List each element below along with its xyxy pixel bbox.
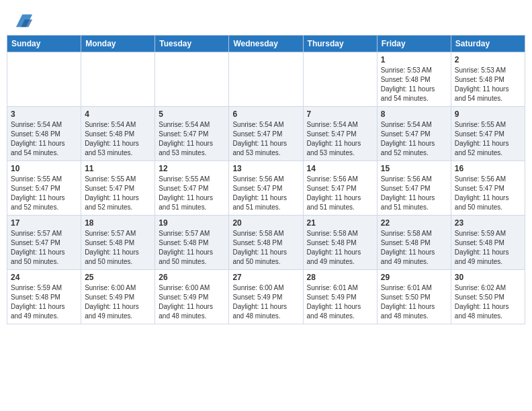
calendar-cell: 14Sunrise: 5:56 AM Sunset: 5:47 PM Dayli… bbox=[303, 161, 377, 216]
day-number: 19 bbox=[159, 218, 225, 228]
calendar-cell bbox=[7, 52, 81, 107]
day-info: Sunrise: 5:56 AM Sunset: 5:47 PM Dayligh… bbox=[455, 175, 521, 212]
day-info: Sunrise: 5:58 AM Sunset: 5:48 PM Dayligh… bbox=[232, 229, 299, 267]
day-number: 13 bbox=[232, 164, 299, 173]
calendar-cell: 20Sunrise: 5:58 AM Sunset: 5:48 PM Dayli… bbox=[229, 216, 303, 270]
day-number: 18 bbox=[85, 218, 151, 228]
calendar-cell: 13Sunrise: 5:56 AM Sunset: 5:47 PM Dayli… bbox=[229, 161, 303, 216]
calendar-cell: 7Sunrise: 5:54 AM Sunset: 5:47 PM Daylig… bbox=[303, 107, 377, 161]
weekday-header-tuesday: Tuesday bbox=[155, 36, 229, 52]
calendar-cell bbox=[229, 52, 303, 107]
day-number: 21 bbox=[307, 218, 373, 228]
calendar-cell: 3Sunrise: 5:54 AM Sunset: 5:48 PM Daylig… bbox=[7, 107, 81, 161]
weekday-header-sunday: Sunday bbox=[7, 36, 81, 52]
calendar-cell: 24Sunrise: 5:59 AM Sunset: 5:48 PM Dayli… bbox=[7, 270, 81, 324]
day-number: 3 bbox=[11, 109, 77, 119]
logo bbox=[13, 12, 34, 28]
day-info: Sunrise: 5:55 AM Sunset: 5:47 PM Dayligh… bbox=[455, 120, 521, 158]
calendar-cell: 1Sunrise: 5:53 AM Sunset: 5:48 PM Daylig… bbox=[377, 52, 451, 107]
calendar-cell: 22Sunrise: 5:58 AM Sunset: 5:48 PM Dayli… bbox=[377, 216, 451, 270]
calendar-cell: 4Sunrise: 5:54 AM Sunset: 5:48 PM Daylig… bbox=[81, 107, 155, 161]
calendar-week-row: 24Sunrise: 5:59 AM Sunset: 5:48 PM Dayli… bbox=[7, 270, 525, 324]
day-info: Sunrise: 5:57 AM Sunset: 5:47 PM Dayligh… bbox=[11, 229, 77, 267]
calendar-cell: 6Sunrise: 5:54 AM Sunset: 5:47 PM Daylig… bbox=[229, 107, 303, 161]
weekday-header-wednesday: Wednesday bbox=[229, 36, 303, 52]
calendar-cell: 2Sunrise: 5:53 AM Sunset: 5:48 PM Daylig… bbox=[451, 52, 525, 107]
calendar-cell: 12Sunrise: 5:55 AM Sunset: 5:47 PM Dayli… bbox=[155, 161, 229, 216]
day-number: 23 bbox=[455, 218, 521, 228]
calendar-cell: 8Sunrise: 5:54 AM Sunset: 5:47 PM Daylig… bbox=[377, 107, 451, 161]
day-info: Sunrise: 5:56 AM Sunset: 5:47 PM Dayligh… bbox=[381, 175, 447, 212]
day-info: Sunrise: 5:55 AM Sunset: 5:47 PM Dayligh… bbox=[11, 175, 77, 212]
logo-icon bbox=[15, 9, 34, 28]
calendar-cell: 16Sunrise: 5:56 AM Sunset: 5:47 PM Dayli… bbox=[451, 161, 525, 216]
day-number: 26 bbox=[159, 273, 225, 282]
day-number: 16 bbox=[455, 164, 521, 173]
day-info: Sunrise: 6:00 AM Sunset: 5:49 PM Dayligh… bbox=[232, 283, 299, 321]
day-info: Sunrise: 5:59 AM Sunset: 5:48 PM Dayligh… bbox=[455, 229, 521, 267]
calendar-cell: 5Sunrise: 5:54 AM Sunset: 5:47 PM Daylig… bbox=[155, 107, 229, 161]
day-info: Sunrise: 5:55 AM Sunset: 5:47 PM Dayligh… bbox=[159, 175, 225, 212]
calendar-cell: 27Sunrise: 6:00 AM Sunset: 5:49 PM Dayli… bbox=[229, 270, 303, 324]
calendar-cell: 15Sunrise: 5:56 AM Sunset: 5:47 PM Dayli… bbox=[377, 161, 451, 216]
day-number: 4 bbox=[85, 109, 151, 119]
day-info: Sunrise: 5:54 AM Sunset: 5:47 PM Dayligh… bbox=[307, 120, 373, 158]
day-number: 6 bbox=[232, 109, 299, 119]
day-number: 12 bbox=[159, 164, 225, 173]
day-info: Sunrise: 5:54 AM Sunset: 5:47 PM Dayligh… bbox=[232, 120, 299, 158]
calendar-cell: 29Sunrise: 6:01 AM Sunset: 5:50 PM Dayli… bbox=[377, 270, 451, 324]
weekday-header-thursday: Thursday bbox=[303, 36, 377, 52]
day-info: Sunrise: 5:54 AM Sunset: 5:48 PM Dayligh… bbox=[85, 120, 151, 158]
day-number: 15 bbox=[381, 164, 447, 173]
day-info: Sunrise: 5:59 AM Sunset: 5:48 PM Dayligh… bbox=[11, 283, 77, 321]
day-info: Sunrise: 5:58 AM Sunset: 5:48 PM Dayligh… bbox=[307, 229, 373, 267]
calendar-cell: 21Sunrise: 5:58 AM Sunset: 5:48 PM Dayli… bbox=[303, 216, 377, 270]
calendar-cell: 28Sunrise: 6:01 AM Sunset: 5:49 PM Dayli… bbox=[303, 270, 377, 324]
day-number: 28 bbox=[307, 273, 373, 282]
day-number: 17 bbox=[11, 218, 77, 228]
day-number: 5 bbox=[159, 109, 225, 119]
calendar-cell: 26Sunrise: 6:00 AM Sunset: 5:49 PM Dayli… bbox=[155, 270, 229, 324]
calendar-cell: 18Sunrise: 5:57 AM Sunset: 5:48 PM Dayli… bbox=[81, 216, 155, 270]
day-info: Sunrise: 5:57 AM Sunset: 5:48 PM Dayligh… bbox=[159, 229, 225, 267]
calendar-cell: 10Sunrise: 5:55 AM Sunset: 5:47 PM Dayli… bbox=[7, 161, 81, 216]
calendar-week-row: 17Sunrise: 5:57 AM Sunset: 5:47 PM Dayli… bbox=[7, 216, 525, 270]
day-info: Sunrise: 6:01 AM Sunset: 5:50 PM Dayligh… bbox=[381, 283, 447, 321]
calendar-cell bbox=[155, 52, 229, 107]
weekday-header-saturday: Saturday bbox=[451, 36, 525, 52]
weekday-header-monday: Monday bbox=[81, 36, 155, 52]
day-number: 20 bbox=[232, 218, 299, 228]
calendar-cell bbox=[303, 52, 377, 107]
calendar-cell: 11Sunrise: 5:55 AM Sunset: 5:47 PM Dayli… bbox=[81, 161, 155, 216]
day-number: 7 bbox=[307, 109, 373, 119]
calendar-cell: 17Sunrise: 5:57 AM Sunset: 5:47 PM Dayli… bbox=[7, 216, 81, 270]
calendar-week-row: 3Sunrise: 5:54 AM Sunset: 5:48 PM Daylig… bbox=[7, 107, 525, 161]
calendar-cell bbox=[81, 52, 155, 107]
day-info: Sunrise: 5:56 AM Sunset: 5:47 PM Dayligh… bbox=[307, 175, 373, 212]
day-number: 9 bbox=[455, 109, 521, 119]
calendar-cell: 19Sunrise: 5:57 AM Sunset: 5:48 PM Dayli… bbox=[155, 216, 229, 270]
weekday-header-row: SundayMondayTuesdayWednesdayThursdayFrid… bbox=[7, 36, 525, 52]
day-number: 29 bbox=[381, 273, 447, 282]
day-number: 27 bbox=[232, 273, 299, 282]
day-info: Sunrise: 5:54 AM Sunset: 5:47 PM Dayligh… bbox=[381, 120, 447, 158]
day-info: Sunrise: 6:00 AM Sunset: 5:49 PM Dayligh… bbox=[159, 283, 225, 321]
day-info: Sunrise: 5:55 AM Sunset: 5:47 PM Dayligh… bbox=[85, 175, 151, 212]
day-info: Sunrise: 5:54 AM Sunset: 5:47 PM Dayligh… bbox=[159, 120, 225, 158]
day-number: 30 bbox=[455, 273, 521, 282]
calendar-cell: 25Sunrise: 6:00 AM Sunset: 5:49 PM Dayli… bbox=[81, 270, 155, 324]
calendar-week-row: 10Sunrise: 5:55 AM Sunset: 5:47 PM Dayli… bbox=[7, 161, 525, 216]
calendar-cell: 9Sunrise: 5:55 AM Sunset: 5:47 PM Daylig… bbox=[451, 107, 525, 161]
page-header bbox=[7, 7, 525, 31]
day-number: 22 bbox=[381, 218, 447, 228]
day-info: Sunrise: 5:58 AM Sunset: 5:48 PM Dayligh… bbox=[381, 229, 447, 267]
day-number: 10 bbox=[11, 164, 77, 173]
day-number: 24 bbox=[11, 273, 77, 282]
day-info: Sunrise: 5:56 AM Sunset: 5:47 PM Dayligh… bbox=[232, 175, 299, 212]
day-info: Sunrise: 6:02 AM Sunset: 5:50 PM Dayligh… bbox=[455, 283, 521, 321]
day-number: 1 bbox=[381, 55, 447, 64]
calendar-cell: 23Sunrise: 5:59 AM Sunset: 5:48 PM Dayli… bbox=[451, 216, 525, 270]
day-info: Sunrise: 5:53 AM Sunset: 5:48 PM Dayligh… bbox=[455, 66, 521, 103]
day-number: 25 bbox=[85, 273, 151, 282]
calendar-cell: 30Sunrise: 6:02 AM Sunset: 5:50 PM Dayli… bbox=[451, 270, 525, 324]
